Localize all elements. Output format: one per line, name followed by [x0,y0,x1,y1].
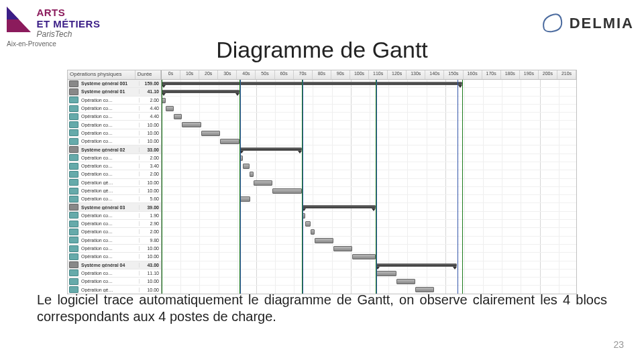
task-duration: 5.60 [139,196,161,201]
task-name: Opération co… [80,106,139,111]
task-icon [69,121,78,128]
task-name: Opération co… [80,139,139,143]
bar-row [162,97,576,105]
gantt-bar [376,263,457,267]
task-icon [69,237,78,243]
task-duration: 159.00 [139,81,161,86]
gantt-chart: Opérations physiques Durée 0s10s20s30s40… [67,70,577,294]
time-tick: 140s [425,70,444,79]
logo-text-4: Aix-en-Provence [7,40,117,48]
time-tick: 10s [180,70,199,79]
time-tick: 60s [275,70,294,79]
task-row: Opération co…10.00 [68,137,161,145]
bar-row [162,170,576,178]
task-name: Opération co… [80,229,139,234]
task-name: Opération gé… [80,188,139,193]
logo-text-3: ParisTech [36,29,100,39]
task-icon [69,196,78,202]
task-name: Opération co… [80,123,139,127]
bar-row [162,228,576,236]
bar-row [162,145,576,154]
task-row: Opération co…10.00 [68,245,161,253]
time-tick: 200s [539,70,557,79]
task-name: Opération co… [80,98,139,103]
task-duration: 4.40 [139,114,161,119]
task-row: Opération co…2.00 [68,228,161,236]
task-name: Système général 04 [80,263,139,267]
time-tick: 100s [350,70,369,79]
task-row: Système général 0233.00 [68,145,161,154]
task-row: Opération gé…10.00 [68,187,161,195]
bar-row [162,162,576,170]
task-name: Opération co… [80,238,139,243]
time-tick: 170s [482,70,501,79]
gantt-bar [302,205,376,208]
task-duration: 2.00 [139,98,161,103]
task-name: Opération co… [80,246,139,251]
task-name: Opération co… [80,156,139,160]
task-row: Opération co…2.00 [68,154,161,162]
time-tick: 40s [237,70,256,79]
task-row: Opération co…2.90 [68,220,161,228]
gantt-bar [239,147,302,151]
time-tick: 70s [294,70,313,79]
gantt-timeline [162,80,576,294]
task-name: Opération co… [80,221,139,226]
task-row: Système général 001159.00 [68,80,161,88]
task-name: Opération co… [80,164,139,168]
bar-row [162,105,576,113]
bar-row [162,220,576,228]
task-name: Opération co… [80,196,139,201]
gantt-bar [174,114,182,119]
task-duration: 10.00 [139,254,161,259]
bar-row [162,121,576,129]
time-tick: 210s [557,70,576,79]
task-icon [69,171,78,178]
task-duration: 2.90 [139,221,161,226]
time-tick: 0s [162,70,180,79]
bar-row [162,278,576,286]
gantt-bar [396,279,415,284]
time-tick: 180s [501,70,520,79]
bar-row [162,269,576,278]
bar-row [162,245,576,253]
gantt-bar [243,164,250,169]
task-row: Système général 0443.00 [68,261,161,269]
bar-row [162,187,576,195]
task-row: Opération co…4.40 [68,105,161,113]
gantt-task-list: Système général 001159.00Système général… [68,80,162,294]
task-row: Opération co…2.00 [68,170,161,178]
task-name: Opération co… [80,172,139,176]
task-icon [69,204,78,210]
task-duration: 10.00 [139,188,161,193]
task-name: Système général 03 [80,205,139,210]
task-row: Opération co…10.00 [68,278,161,286]
gantt-bar [250,172,254,177]
task-icon [69,221,78,227]
triangle-icon [7,7,31,35]
task-name: Opération co… [80,131,139,135]
task-icon [69,245,78,252]
task-icon [69,278,78,285]
task-duration: 10.00 [139,123,161,127]
task-row: Opération gé…10.00 [68,179,161,187]
ds-icon [540,10,564,37]
task-name: Opération co… [80,114,139,119]
task-duration: 41.10 [139,89,161,94]
task-duration: 9.80 [139,238,161,243]
task-row: Opération co…1.90 [68,212,161,220]
task-row: Opération co…10.00 [68,253,161,261]
header-col-name: Opérations physiques [68,70,136,79]
task-icon [69,253,78,260]
task-duration: 10.00 [139,246,161,251]
task-name: Opération gé… [80,180,139,185]
gantt-bar [220,139,239,144]
task-icon [69,154,78,161]
bar-row [162,129,576,137]
gantt-bar [376,271,396,276]
header-col-dur: Durée [136,70,161,79]
task-icon [69,138,78,145]
time-tick: 190s [520,70,539,79]
time-tick: 20s [199,70,218,79]
task-icon [69,105,78,112]
